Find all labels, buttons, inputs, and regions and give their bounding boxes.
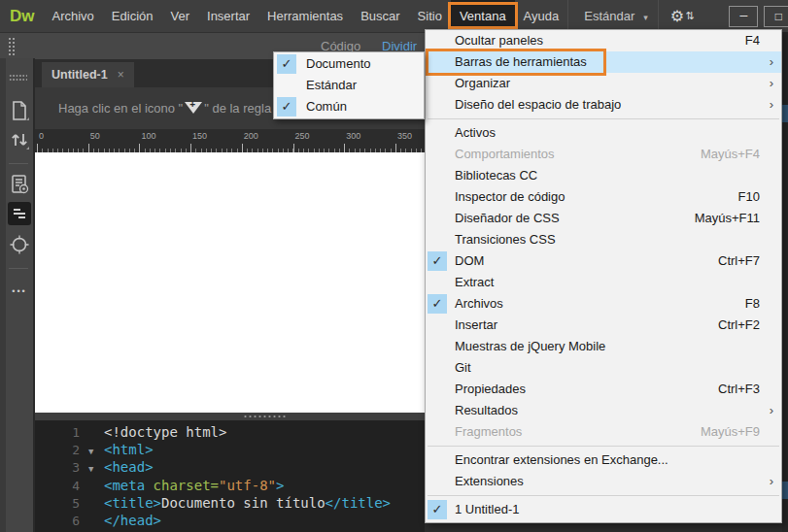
menu-item-transiciones-css[interactable]: Transiciones CSS <box>426 229 781 250</box>
toolbars-submenu-panel: ✓DocumentoEstándar✓Común <box>273 51 425 119</box>
menu-separator <box>428 118 779 119</box>
menu-item-activos[interactable]: Activos <box>426 122 781 144</box>
toolbar-grip-handle[interactable] <box>8 37 16 55</box>
submenu-item-comun[interactable]: ✓Común <box>274 96 424 117</box>
menubar-item-label: Ventana <box>460 9 506 23</box>
ruler-label: 250 <box>295 131 310 141</box>
line-number: 1 <box>35 424 88 442</box>
menu-shortcut: Ctrl+F7 <box>718 250 762 272</box>
menu-item-label: Activos <box>447 122 760 144</box>
submenu-item-label: Estándar <box>296 75 357 96</box>
menubar-item-edicion[interactable]: Edición <box>103 0 162 32</box>
menu-item-label: Barras de herramientas <box>447 51 760 73</box>
chevron-down-icon: ▾ <box>643 13 648 22</box>
minimize-button[interactable]: – <box>729 6 758 27</box>
menu-item-1-untitled-1[interactable]: ✓1 Untitled-1 <box>426 499 781 520</box>
check-placeholder <box>428 273 447 292</box>
submenu-item-documento[interactable]: ✓Documento <box>274 53 424 75</box>
line-number: 6 <box>35 513 88 530</box>
menu-item-label: Propiedades <box>447 379 718 400</box>
tab-close-icon[interactable]: × <box>118 68 124 82</box>
menu-item-label: Git <box>447 357 760 379</box>
menu-item-bibliotecas-cc[interactable]: Bibliotecas CC <box>426 165 781 186</box>
workspace-selector[interactable]: Estándar▾ <box>567 0 658 32</box>
menu-shortcut: Mayús+F9 <box>701 421 762 443</box>
tab-title: Untitled-1 <box>51 68 108 82</box>
menubar-item-ventana[interactable]: Ventana <box>451 0 515 32</box>
check-placeholder <box>428 230 447 249</box>
code-text: <title>Documento sin título</title> <box>104 495 391 511</box>
code-token: Documento sin título <box>161 495 325 511</box>
menubar-item-sitio[interactable]: Sitio <box>409 0 451 32</box>
code-token: "utf-8" <box>219 478 276 493</box>
sync-settings-icon[interactable]: ⚙⇅ <box>658 0 706 32</box>
menubar-item-label: Edición <box>112 9 154 23</box>
check-placeholder <box>428 209 447 228</box>
menu-item-insertar[interactable]: InsertarCtrl+F2 <box>426 315 781 336</box>
code-token: <head> <box>104 459 154 475</box>
code-text: <meta charset="utf-8"> <box>104 478 284 493</box>
menu-item-git[interactable]: Git <box>426 357 781 379</box>
menu-item-label: Organizar <box>447 73 760 94</box>
file-transfer-icon[interactable] <box>8 128 31 151</box>
menu-item-inspector-de-codigo[interactable]: Inspector de códigoF10 <box>426 186 781 208</box>
menubar-item-insertar[interactable]: Insertar <box>198 0 258 32</box>
code-text: <head> <box>104 459 154 475</box>
submenu-item-estandar[interactable]: Estándar <box>274 75 424 96</box>
menu-item-disenador-de-css[interactable]: Diseñador de CSSMayús+F11 <box>426 208 781 229</box>
menu-item-archivos[interactable]: ✓ArchivosF8 <box>426 293 781 315</box>
menu-item-ocultar-paneles[interactable]: Ocultar panelesF4 <box>426 30 781 51</box>
menu-item-label: Resultados <box>447 400 760 421</box>
menu-item-encontrar-extensiones-en-exchange[interactable]: Encontrar extensiones en Exchange... <box>426 449 781 471</box>
checkmark-icon: ✓ <box>428 500 447 519</box>
menu-item-resultados[interactable]: Resultados› <box>426 400 781 421</box>
workspace-label: Estándar <box>584 9 634 23</box>
check-placeholder <box>428 450 447 470</box>
code-token: <html> <box>104 442 154 457</box>
new-document-icon[interactable] <box>8 99 31 122</box>
format-source-icon[interactable] <box>8 202 31 225</box>
code-token: > <box>276 478 284 493</box>
splitter-grip-handle[interactable] <box>243 415 286 418</box>
code-text: <!doctype html> <box>104 424 226 440</box>
menu-item-muestras-de-jquery-mobile[interactable]: Muestras de jQuery Mobile <box>426 336 781 357</box>
menubar-item-archivo[interactable]: Archivo <box>44 0 103 32</box>
check-placeholder <box>428 123 447 143</box>
fold-arrow-icon[interactable]: ▼ <box>88 460 104 478</box>
code-token: <!doctype html> <box>104 424 226 440</box>
menu-item-organizar[interactable]: Organizar› <box>426 73 781 94</box>
menubar-item-label: Ayuda <box>524 9 560 23</box>
insert-toolbar-sidebar: ••• <box>0 58 35 532</box>
menubar-item-label: Ver <box>171 9 190 23</box>
menu-item-extensiones[interactable]: Extensiones› <box>426 471 781 492</box>
menubar-item-buscar[interactable]: Buscar <box>352 0 408 32</box>
menubar-item-herramientas[interactable]: Herramientas <box>258 0 352 32</box>
code-token: </title> <box>325 495 391 511</box>
menu-item-diseno-del-espacio-de-trabajo[interactable]: Diseño del espacio de trabajo› <box>426 94 781 116</box>
menu-item-fragmentos[interactable]: FragmentosMayús+F9 <box>426 421 781 443</box>
submenu-arrow-icon: › <box>762 73 781 94</box>
maximize-button[interactable]: □ <box>764 6 788 27</box>
checkmark-icon: ✓ <box>277 54 296 74</box>
check-placeholder <box>428 472 447 491</box>
code-text: </head> <box>104 513 161 528</box>
menubar-item-ver[interactable]: Ver <box>162 0 199 32</box>
ruler-label: 100 <box>141 131 155 141</box>
menu-item-extract[interactable]: Extract <box>426 272 781 293</box>
target-icon[interactable] <box>8 233 31 256</box>
menu-item-comportamientos[interactable]: ComportamientosMayús+F4 <box>426 144 781 165</box>
sidebar-grip-handle[interactable] <box>9 74 27 83</box>
menu-item-label: DOM <box>447 250 718 272</box>
menu-item-label: Comportamientos <box>447 144 701 165</box>
live-code-icon[interactable] <box>8 173 31 196</box>
menu-item-propiedades[interactable]: PropiedadesCtrl+F3 <box>426 379 781 400</box>
menu-item-barras-de-herramientas[interactable]: Barras de herramientas› <box>426 51 781 73</box>
code-token: <title> <box>104 495 161 511</box>
document-tab[interactable]: Untitled-1× <box>42 62 134 87</box>
titlebar-right: Estándar▾ ⚙⇅ – □ ✕ <box>567 0 788 32</box>
menu-shortcut: F8 <box>745 293 762 315</box>
menu-shortcut: Ctrl+F2 <box>718 315 762 336</box>
more-options-icon[interactable]: ••• <box>8 280 31 303</box>
menu-item-dom[interactable]: ✓DOMCtrl+F7 <box>426 250 781 272</box>
menubar-item-ayuda[interactable]: Ayuda <box>515 0 568 32</box>
